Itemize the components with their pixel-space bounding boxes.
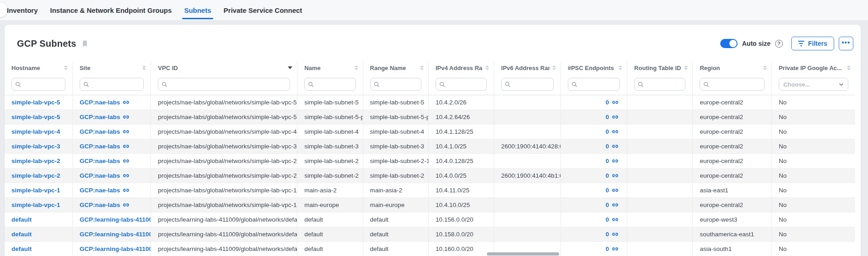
psc-filter-input[interactable] [580, 81, 616, 88]
hostname-link[interactable]: default [11, 216, 32, 223]
sort-icon[interactable] [352, 65, 358, 70]
site-link[interactable]: GCP:nae-labs [80, 99, 120, 106]
hostname-filter-input[interactable] [23, 81, 62, 88]
psc-endpoints-link[interactable]: 0 [606, 158, 609, 164]
sort-icon[interactable] [140, 65, 146, 70]
sort-icon[interactable] [61, 65, 68, 70]
tab-private-service-connect[interactable]: Private Service Connect [224, 0, 302, 20]
filters-button[interactable]: Filters [791, 37, 834, 50]
link-icon[interactable] [123, 202, 129, 208]
link-icon[interactable] [612, 114, 619, 120]
site-link[interactable]: GCP:nae-labs [80, 143, 120, 150]
sort-icon[interactable] [417, 65, 424, 70]
hostname-link[interactable]: simple-lab-vpc-1 [11, 202, 60, 208]
sort-desc-icon[interactable] [288, 66, 292, 69]
link-icon[interactable] [612, 202, 619, 208]
col-header-range_name[interactable]: Range Name [363, 61, 428, 74]
col-header-region[interactable]: Region [693, 61, 771, 74]
link-icon[interactable] [123, 143, 129, 150]
hostname-link[interactable]: simple-lab-vpc-2 [11, 172, 60, 179]
site-link[interactable]: GCP:nae-labs [80, 202, 120, 208]
psc-endpoints-link[interactable]: 0 [606, 99, 609, 106]
more-options-button[interactable]: ••• [839, 37, 853, 50]
vpc_id-filter-input[interactable] [170, 81, 286, 88]
site-link[interactable]: GCP:nae-labs [80, 114, 120, 120]
routing-filter-input[interactable] [646, 81, 682, 88]
col-header-hostname[interactable]: Hostname [5, 61, 72, 74]
range_name-filter-input[interactable] [382, 81, 418, 88]
col-header-psc[interactable]: #PSC Endpoints [561, 61, 627, 74]
cell-ipv6: 2600:1900:4140:428:0:0 [501, 143, 560, 150]
site-link[interactable]: GCP:nae-labs [80, 128, 120, 135]
psc-endpoints-link[interactable]: 0 [606, 187, 609, 194]
hostname-link[interactable]: default [11, 231, 32, 238]
tab-subnets[interactable]: Subnets [184, 0, 211, 20]
link-icon[interactable] [612, 216, 619, 223]
psc-endpoints-link[interactable]: 0 [606, 245, 609, 252]
col-header-vpc_id[interactable]: VPC ID [151, 61, 297, 74]
psc-endpoints-link[interactable]: 0 [606, 143, 609, 150]
table-row: simple-lab-vpc-2GCP:nae-labsprojects/nae… [5, 153, 855, 168]
link-icon[interactable] [123, 172, 129, 179]
psc-endpoints-link[interactable]: 0 [606, 231, 609, 238]
col-header-name[interactable]: Name [297, 61, 363, 74]
link-icon[interactable] [123, 187, 129, 194]
col-header-private_ip[interactable]: Private IP Google Ac... [771, 61, 855, 74]
horizontal-scrollbar-thumb[interactable] [487, 252, 559, 256]
table-row: defaultGCP:learning-labs-411009projects/… [5, 241, 855, 256]
link-icon[interactable] [612, 231, 619, 238]
link-icon[interactable] [612, 99, 619, 106]
psc-endpoints-link[interactable]: 0 [606, 128, 609, 135]
hostname-link[interactable]: simple-lab-vpc-1 [11, 187, 60, 194]
hostname-link[interactable]: simple-lab-vpc-5 [11, 114, 60, 120]
link-icon[interactable] [612, 245, 619, 252]
private_ip-filter-select[interactable]: Choose... [779, 78, 848, 91]
region-filter-input[interactable] [712, 81, 760, 88]
site-link[interactable]: GCP:learning-labs-411009 [80, 216, 151, 223]
link-icon[interactable] [612, 172, 619, 179]
sort-icon[interactable] [760, 65, 767, 70]
sort-icon[interactable] [483, 65, 489, 70]
psc-endpoints-link[interactable]: 0 [606, 202, 609, 208]
link-icon[interactable] [123, 99, 129, 106]
site-link[interactable]: GCP:learning-labs-411009 [80, 245, 151, 252]
psc-endpoints-link[interactable]: 0 [606, 172, 609, 179]
ipv6-filter-input[interactable] [513, 81, 550, 88]
psc-endpoints-link[interactable]: 0 [606, 114, 609, 120]
link-icon[interactable] [123, 128, 129, 135]
site-link[interactable]: GCP:nae-labs [80, 172, 120, 179]
ipv4-filter-input[interactable] [447, 81, 483, 88]
link-icon[interactable] [612, 128, 619, 135]
link-icon[interactable] [612, 187, 619, 194]
cell-region: europe-central2 [700, 128, 743, 135]
help-icon[interactable]: ? [775, 40, 783, 48]
sort-icon[interactable] [550, 65, 556, 70]
sort-icon[interactable] [681, 65, 688, 70]
site-link[interactable]: GCP:nae-labs [80, 187, 120, 194]
hostname-link[interactable]: simple-lab-vpc-2 [11, 158, 60, 164]
hostname-link[interactable]: simple-lab-vpc-5 [11, 99, 60, 106]
link-icon[interactable] [123, 114, 129, 120]
link-icon[interactable] [123, 158, 129, 164]
psc-endpoints-link[interactable]: 0 [606, 216, 609, 223]
bookmark-icon[interactable] [81, 40, 88, 48]
tab-inventory[interactable]: Inventory [7, 0, 38, 20]
col-header-ipv4[interactable]: IPv4 Address Ran... [428, 61, 494, 74]
hostname-link[interactable]: default [11, 245, 32, 252]
hostname-link[interactable]: simple-lab-vpc-3 [11, 143, 60, 150]
hostname-link[interactable]: simple-lab-vpc-4 [11, 128, 60, 135]
link-icon[interactable] [612, 143, 619, 150]
col-header-label: Hostname [11, 65, 40, 71]
tab-instance-network-endpoint-groups[interactable]: Instance & Network Endpoint Groups [50, 0, 172, 20]
col-header-routing[interactable]: Routing Table ID [627, 61, 693, 74]
sort-icon[interactable] [616, 65, 622, 70]
site-filter-input[interactable] [92, 81, 140, 88]
name-filter-input[interactable] [316, 81, 352, 88]
auto-size-toggle[interactable] [720, 39, 738, 48]
sort-icon[interactable] [844, 65, 851, 70]
col-header-ipv6[interactable]: IPv6 Address Ran... [494, 61, 561, 74]
col-header-site[interactable]: Site [72, 61, 151, 74]
link-icon[interactable] [612, 158, 619, 164]
site-link[interactable]: GCP:nae-labs [80, 158, 120, 164]
site-link[interactable]: GCP:learning-labs-411009 [80, 231, 151, 238]
